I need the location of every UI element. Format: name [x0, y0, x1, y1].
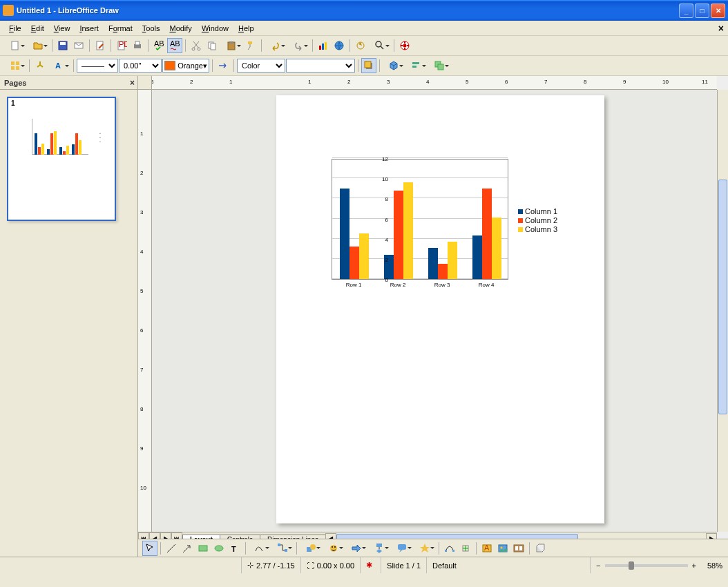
zoom-slider[interactable] [605, 564, 688, 567]
gluepoints-tool[interactable] [458, 541, 473, 556]
page-paper: 024681012 Row 1Row 2Row 3Row 4 Column 1C… [276, 95, 604, 523]
minimize-button[interactable]: _ [679, 3, 693, 18]
connector-tool[interactable] [271, 541, 294, 556]
email-button[interactable] [71, 38, 86, 53]
menu-help[interactable]: Help [233, 23, 259, 34]
menu-format[interactable]: Format [104, 23, 137, 34]
open-button[interactable] [27, 38, 49, 53]
svg-rect-49 [445, 550, 447, 552]
horizontal-ruler[interactable]: 3211234567891011 [152, 76, 717, 90]
extrusion-button[interactable] [533, 541, 548, 556]
status-position: ⊹2.77 / -1.15 [242, 557, 301, 573]
area-style-select[interactable]: Color [237, 59, 285, 73]
chart-button[interactable] [316, 38, 331, 53]
cut-button[interactable] [189, 38, 204, 53]
menu-insert[interactable]: Insert [75, 23, 104, 34]
legend-entry: Column 3 [518, 225, 557, 233]
display-grid-button[interactable] [4, 58, 26, 73]
redo-button[interactable] [287, 38, 309, 53]
callouts-tool[interactable] [391, 541, 413, 556]
svg-text:T: T [231, 545, 236, 553]
new-button[interactable] [4, 38, 26, 53]
svg-rect-50 [452, 550, 454, 552]
block-arrows-tool[interactable] [345, 541, 367, 556]
ellipse-tool[interactable] [211, 541, 227, 556]
zoom-out-icon[interactable]: − [596, 561, 600, 570]
rectangle-tool[interactable] [195, 541, 211, 556]
chart-object[interactable]: 024681012 Row 1Row 2Row 3Row 4 Column 1C… [312, 159, 568, 297]
chart-bar [340, 189, 349, 279]
svg-rect-37 [199, 546, 207, 551]
hyperlink-button[interactable] [332, 38, 347, 53]
flowchart-tool[interactable] [368, 541, 390, 556]
pages-panel-close-icon[interactable]: × [130, 78, 135, 88]
line-style-select[interactable]: ——— [77, 59, 118, 73]
points-edit-tool[interactable] [442, 541, 457, 556]
fontwork-button[interactable]: A [48, 58, 70, 73]
auto-spellcheck-button[interactable]: ABC [167, 38, 182, 53]
svg-rect-58 [519, 546, 522, 550]
line-color-select[interactable]: Orange▾ [162, 59, 209, 73]
area-fill-select[interactable] [286, 59, 355, 73]
gluepoints-button[interactable] [32, 58, 48, 73]
menu-view[interactable]: View [49, 23, 75, 34]
zoom-percent[interactable]: 58% [702, 557, 728, 573]
arrange-button[interactable] [428, 58, 450, 73]
format-paintbrush-button[interactable] [243, 38, 258, 53]
vertical-ruler[interactable]: 12345678910 [138, 90, 152, 532]
edit-file-button[interactable] [93, 38, 108, 53]
pdf-export-button[interactable]: PDF [114, 38, 129, 53]
navigator-button[interactable] [353, 38, 368, 53]
stars-tool[interactable] [414, 541, 436, 556]
status-slide[interactable]: Slide 1 / 1 [381, 557, 427, 573]
symbol-shapes-tool[interactable] [323, 541, 345, 556]
menu-tools[interactable]: Tools [137, 23, 165, 34]
undo-button[interactable] [265, 38, 287, 53]
shadow-button[interactable] [361, 58, 376, 73]
print-button[interactable] [130, 38, 145, 53]
menu-window[interactable]: Window [197, 23, 233, 34]
alignment-button[interactable] [405, 58, 428, 73]
menu-file[interactable]: File [4, 23, 26, 34]
3d-effects-button[interactable] [383, 58, 405, 73]
save-button[interactable] [55, 38, 70, 53]
chart-y-tick: 2 [385, 256, 388, 262]
chart-bar [438, 264, 448, 279]
zoom-in-icon[interactable]: + [692, 561, 696, 570]
select-tool[interactable] [142, 541, 157, 556]
vertical-scrollbar[interactable] [717, 90, 728, 532]
status-page-style[interactable]: Default [427, 557, 591, 573]
line-arrow-tool[interactable] [180, 541, 195, 556]
basic-shapes-tool[interactable] [300, 541, 322, 556]
legend-entry: Column 1 [518, 207, 557, 215]
app-icon [3, 5, 14, 16]
arrow-style-button[interactable] [215, 58, 231, 73]
canvas-viewport[interactable]: 024681012 Row 1Row 2Row 3Row 4 Column 1C… [152, 90, 717, 532]
spellcheck-button[interactable]: ABC [151, 38, 166, 53]
menu-edit[interactable]: Edit [26, 23, 49, 34]
gallery-button[interactable] [511, 541, 526, 556]
line-width-select[interactable]: 0.00" [119, 59, 162, 73]
thumbnail-chart: ▪▪▪ [25, 119, 101, 160]
help-button[interactable] [397, 38, 412, 53]
paste-button[interactable] [220, 38, 242, 53]
chart-x-tick: Row 3 [425, 282, 459, 288]
menu-modify[interactable]: Modify [164, 23, 196, 34]
page-thumbnail[interactable]: 1 ▪▪▪ [7, 97, 116, 221]
chart-plot-area [332, 159, 508, 280]
close-button[interactable]: ✕ [711, 3, 725, 18]
zoom-controls[interactable]: − + [591, 557, 702, 573]
copy-button[interactable] [204, 38, 220, 53]
maximize-button[interactable]: □ [695, 3, 709, 18]
svg-rect-28 [11, 66, 15, 70]
from-file-button[interactable] [495, 541, 510, 556]
svg-rect-48 [398, 544, 406, 550]
zoom-button[interactable] [369, 38, 391, 53]
svg-rect-57 [515, 546, 518, 550]
line-tool[interactable] [164, 541, 179, 556]
text-tool[interactable]: T [227, 541, 242, 556]
document-close-icon[interactable]: × [718, 23, 724, 34]
curve-tool[interactable] [249, 541, 271, 556]
chart-y-tick: 6 [385, 216, 388, 222]
fontwork-gallery-button[interactable]: A [479, 541, 495, 556]
